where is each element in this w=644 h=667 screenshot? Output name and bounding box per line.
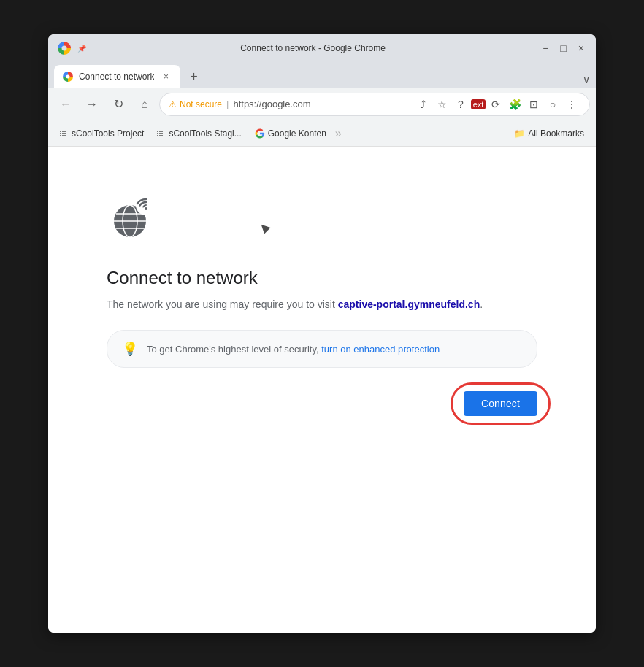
help-icon[interactable]: ? (452, 96, 469, 113)
reload-button[interactable]: ↻ (107, 93, 130, 116)
bookmark-label: sCoolTools Stagi... (169, 128, 241, 139)
apps-grid-icon (60, 131, 66, 136)
chrome-refresh-icon[interactable]: ⟳ (487, 96, 505, 113)
window-title: Connect to network - Google Chrome (86, 43, 540, 53)
not-secure-label: Not secure (180, 99, 222, 109)
page-heading: Connect to network (107, 268, 537, 288)
bookmark-label: Google Konten (268, 128, 326, 139)
chrome-favicon (57, 41, 72, 55)
close-button[interactable]: × (575, 41, 587, 55)
connect-button[interactable]: Connect (464, 391, 537, 416)
maximize-button[interactable]: □ (557, 41, 569, 55)
security-banner: 💡 To get Chrome's highest level of secur… (107, 330, 537, 368)
url-text: https://google.com (233, 99, 310, 109)
tab-close-button[interactable]: × (160, 71, 172, 82)
puzzle-extensions-icon[interactable]: 🧩 (506, 96, 524, 113)
tab-dropdown-button[interactable]: ∨ (583, 74, 590, 85)
profile-icon[interactable]: ○ (544, 96, 561, 113)
all-bookmarks-label: All Bookmarks (528, 128, 584, 139)
page-content: Connect to network The network you are u… (48, 147, 596, 633)
connect-btn-wrapper: Connect (464, 391, 537, 416)
extensions-red-icon[interactable]: ext (471, 99, 486, 109)
description-prefix: The network you are using may require yo… (107, 298, 338, 310)
bookmark-scooltools-project[interactable]: sCoolTools Project (54, 126, 150, 142)
bookmark-star-button[interactable]: ☆ (433, 96, 451, 113)
description-suffix: . (480, 298, 483, 310)
bookmarks-bar: sCoolTools Project sCoolTools Stagi... G… (48, 120, 596, 147)
home-button[interactable]: ⌂ (133, 93, 156, 116)
warning-icon: ⚠ (169, 99, 177, 109)
menu-button[interactable]: ⋮ (563, 96, 580, 113)
browser-window: 📌 Connect to network - Google Chrome − □… (48, 34, 596, 633)
toolbar: ← → ↻ ⌂ ⚠ Not secure | https://google.co… (48, 88, 596, 120)
back-button[interactable]: ← (54, 93, 77, 116)
tab-bar: Connect to network × + ∨ (48, 62, 596, 88)
bookmarks-more-button[interactable]: » (335, 127, 342, 140)
new-tab-button[interactable]: + (183, 66, 204, 87)
url-separator: | (226, 99, 229, 109)
portal-link[interactable]: captive-portal.gymneufeld.ch (338, 298, 480, 310)
lightbulb-icon: 💡 (122, 341, 138, 357)
cast-icon[interactable]: ⊡ (525, 96, 543, 113)
address-bar-actions: ⤴ ☆ ? ext ⟳ 🧩 ⊡ ○ ⋮ (414, 96, 580, 113)
security-banner-text: To get Chrome's highest level of securit… (147, 344, 440, 355)
forward-button[interactable]: → (80, 93, 104, 116)
address-bar[interactable]: ⚠ Not secure | https://google.com ⤴ ☆ ? … (159, 93, 590, 116)
active-tab[interactable]: Connect to network × (54, 65, 180, 88)
window-controls: − □ × (540, 41, 587, 55)
globe-wifi-icon (107, 190, 159, 243)
title-bar: 📌 Connect to network - Google Chrome − □… (48, 34, 596, 62)
button-area: Connect (107, 391, 537, 416)
svg-point-6 (145, 207, 147, 210)
enhanced-protection-link[interactable]: turn on enhanced protection (321, 344, 440, 355)
bookmark-google-konten[interactable]: Google Konten (249, 126, 332, 142)
tab-favicon-icon (63, 72, 73, 82)
bookmark-label: sCoolTools Project (72, 128, 144, 139)
security-warning: ⚠ Not secure (169, 99, 222, 109)
tab-title: Connect to network (79, 72, 154, 82)
pin-icon: 📌 (77, 45, 86, 53)
bookmark-scooltools-staging[interactable]: sCoolTools Stagi... (151, 126, 247, 142)
google-g-icon (255, 128, 265, 139)
page-description: The network you are using may require yo… (107, 297, 537, 312)
share-button[interactable]: ⤴ (414, 96, 432, 113)
minimize-button[interactable]: − (540, 41, 551, 55)
apps-grid-icon-2 (157, 131, 163, 136)
security-text-prefix: To get Chrome's highest level of securit… (147, 344, 321, 355)
all-bookmarks-button[interactable]: 📁 All Bookmarks (508, 126, 590, 142)
chrome-logo-icon (58, 42, 71, 55)
folder-icon: 📁 (514, 128, 525, 139)
network-icon-container (107, 190, 537, 246)
